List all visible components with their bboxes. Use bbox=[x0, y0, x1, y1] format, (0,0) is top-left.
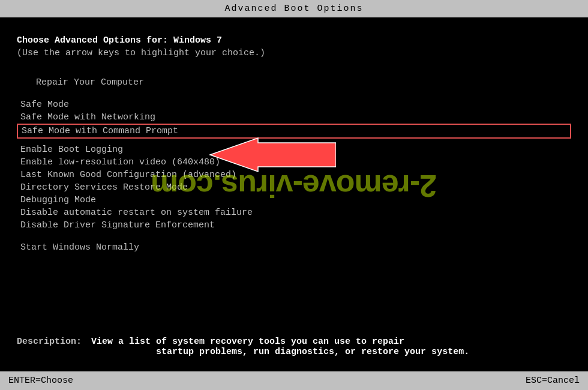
menu-item-disable-auto-restart[interactable]: Disable automatic restart on system fail… bbox=[17, 206, 571, 219]
menu-item-safe-mode-networking[interactable]: Safe Mode with Networking bbox=[17, 111, 571, 124]
menu-item-disable-driver-sig[interactable]: Disable Driver Signature Enforcement bbox=[17, 219, 571, 232]
menu-item-safe-mode[interactable]: Safe Mode bbox=[17, 98, 571, 111]
os-name: Windows 7 bbox=[173, 35, 222, 46]
status-bar: ENTER=Choose ESC=Cancel bbox=[0, 371, 588, 390]
description-section: Description: View a list of system recov… bbox=[17, 337, 571, 357]
description-text: View a list of system recovery tools you… bbox=[91, 337, 469, 357]
subtitle: Choose Advanced Options for: Windows 7 bbox=[17, 35, 571, 46]
esc-label: ESC=Cancel bbox=[526, 376, 580, 386]
description-label: Description: bbox=[17, 337, 82, 357]
menu-item-start-normally[interactable]: Start Windows Normally bbox=[17, 241, 571, 254]
start-normally-section: Start Windows Normally bbox=[17, 241, 571, 254]
menu-item-low-res[interactable]: Enable low-resolution video (640x480) bbox=[17, 156, 571, 169]
menu-item-boot-logging[interactable]: Enable Boot Logging bbox=[17, 143, 571, 156]
menu-item-debugging[interactable]: Debugging Mode bbox=[17, 194, 571, 206]
menu-item-last-known-good[interactable]: Last Known Good Configuration (advanced) bbox=[17, 169, 571, 181]
safe-mode-section: Safe Mode Safe Mode with Networking Safe… bbox=[17, 98, 571, 139]
other-options-section: Enable Boot Logging Enable low-resolutio… bbox=[17, 143, 571, 232]
menu-item-repair[interactable]: Repair Your Computer bbox=[32, 76, 571, 89]
menu-item-directory-services[interactable]: Directory Services Restore Mode bbox=[17, 181, 571, 194]
menu-item-safe-mode-cmd[interactable]: Safe Mode with Command Prompt bbox=[17, 124, 571, 139]
main-content: Choose Advanced Options for: Windows 7 (… bbox=[0, 17, 588, 254]
enter-label: ENTER=Choose bbox=[8, 376, 73, 386]
title-text: Advanced Boot Options bbox=[224, 4, 363, 14]
title-bar: Advanced Boot Options bbox=[0, 0, 588, 17]
description-table: Description: View a list of system recov… bbox=[17, 337, 571, 357]
instruction-text: (Use the arrow keys to highlight your ch… bbox=[17, 48, 571, 58]
repair-section: Repair Your Computer bbox=[32, 76, 571, 89]
choose-label: Choose Advanced Options for: bbox=[17, 35, 168, 46]
